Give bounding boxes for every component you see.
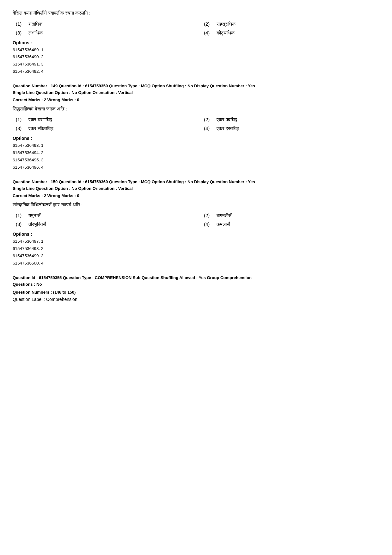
question-150-text: सांस्कृतिक मिथिलांचलसँ हमर तात्पर्य अछि … bbox=[13, 201, 379, 209]
option-id: 61547536497. 1 bbox=[13, 238, 379, 245]
option-number: (1) bbox=[16, 117, 23, 122]
question-149-text: सिद्धसाहित्यमे देखना जाइत अछि : bbox=[13, 105, 379, 113]
option-text: सहस्राधिक bbox=[217, 21, 236, 27]
question-148-continuation: देसिल बयना मैथिलीमे पदावलीक रचना कएलनि :… bbox=[13, 9, 379, 75]
question-148-options-grid: (1) शताधिक (2) सहस्राधिक (3) लक्षाधिक (4… bbox=[13, 21, 379, 36]
option-number: (3) bbox=[16, 30, 23, 35]
comp-meta-line2: Questions : No bbox=[13, 281, 379, 288]
option-item: (2) बागमतीसँ bbox=[204, 213, 379, 218]
option-number: (3) bbox=[16, 221, 23, 227]
option-id: 61547536495. 3 bbox=[13, 157, 379, 164]
meta-line1: Question Number : 150 Question Id : 6154… bbox=[13, 179, 379, 185]
question-numbers-label: Question Numbers : (146 to 150) bbox=[13, 289, 379, 296]
option-id: 61547536500. 4 bbox=[13, 260, 379, 267]
option-number: (2) bbox=[204, 117, 211, 122]
option-number: (3) bbox=[16, 126, 23, 131]
option-id: 61547536489. 1 bbox=[13, 47, 379, 54]
option-item: (3) एकर संकेतचिह्न bbox=[16, 126, 191, 131]
question-150-options-grid: (1) यमुनासँ (2) बागमतीसँ (3) तीरभुक्तिसँ… bbox=[13, 213, 379, 227]
options-label: Options : bbox=[13, 40, 379, 45]
option-id: 61547536494. 2 bbox=[13, 149, 379, 157]
option-item: (2) सहस्राधिक bbox=[204, 21, 379, 27]
option-id: 61547536499. 3 bbox=[13, 253, 379, 260]
option-item: (3) तीरभुक्तिसँ bbox=[16, 221, 191, 227]
option-item: (4) एकर हस्तचिह्न bbox=[204, 126, 379, 131]
options-list: 61547536497. 1 61547536498. 2 6154753649… bbox=[13, 238, 379, 267]
option-number: (1) bbox=[16, 213, 23, 218]
question-148-text: देसिल बयना मैथिलीमे पदावलीक रचना कएलनि : bbox=[13, 9, 379, 17]
option-id: 61547536490. 2 bbox=[13, 53, 379, 61]
question-150-meta: Question Number : 150 Question Id : 6154… bbox=[13, 179, 379, 192]
meta-line1: Question Number : 149 Question Id : 6154… bbox=[13, 83, 379, 90]
option-text: एकर हस्तचिह्न bbox=[217, 126, 239, 131]
correct-marks-150: Correct Marks : 2 Wrong Marks : 0 bbox=[13, 193, 379, 198]
option-text: एकर पदचिह्न bbox=[217, 117, 237, 122]
option-number: (1) bbox=[16, 21, 23, 27]
option-id: 61547536491. 3 bbox=[13, 61, 379, 68]
options-label: Options : bbox=[13, 136, 379, 141]
meta-line2: Single Line Question Option : No Option … bbox=[13, 185, 379, 192]
option-number: (4) bbox=[204, 126, 211, 131]
option-item: (1) एकर चरणचिह्न bbox=[16, 117, 191, 122]
option-text: तीरभुक्तिसँ bbox=[28, 221, 46, 227]
question-149-meta: Question Number : 149 Question Id : 6154… bbox=[13, 83, 379, 96]
options-label: Options : bbox=[13, 232, 379, 237]
option-item: (2) एकर पदचिह्न bbox=[204, 117, 379, 122]
option-text: यमुनासँ bbox=[28, 213, 40, 218]
option-text: बागमतीसँ bbox=[217, 213, 231, 218]
option-item: (4) कमलासँ bbox=[204, 221, 379, 227]
option-id: 61547536498. 2 bbox=[13, 245, 379, 253]
option-item: (4) कोट्याधिक bbox=[204, 30, 379, 36]
option-number: (4) bbox=[204, 30, 211, 35]
meta-line2: Single Line Question Option : No Option … bbox=[13, 90, 379, 96]
option-id: 61547536492. 4 bbox=[13, 68, 379, 75]
option-item: (1) यमुनासँ bbox=[16, 213, 191, 218]
option-text: एकर चरणचिह्न bbox=[28, 117, 52, 122]
question-149-options-grid: (1) एकर चरणचिह्न (2) एकर पदचिह्न (3) एकर… bbox=[13, 117, 379, 131]
comp-meta-line1: Question Id : 6154759355 Question Type :… bbox=[13, 275, 379, 281]
comprehension-meta: Question Id : 6154759355 Question Type :… bbox=[13, 275, 379, 288]
option-id: 61547536496. 4 bbox=[13, 164, 379, 171]
comprehension-block: Question Id : 6154759355 Question Type :… bbox=[13, 275, 379, 302]
option-number: (4) bbox=[204, 221, 211, 227]
correct-marks-149: Correct Marks : 2 Wrong Marks : 0 bbox=[13, 97, 379, 102]
option-id: 61547536493. 1 bbox=[13, 142, 379, 149]
option-text: एकर संकेतचिह्न bbox=[28, 126, 53, 131]
option-text: कोट्याधिक bbox=[217, 30, 235, 36]
option-text: कमलासँ bbox=[217, 221, 230, 227]
option-number: (2) bbox=[204, 213, 211, 218]
option-number: (2) bbox=[204, 21, 211, 27]
question-label: Question Label : Comprehension bbox=[13, 297, 379, 302]
option-text: शताधिक bbox=[28, 21, 42, 27]
question-149: Question Number : 149 Question Id : 6154… bbox=[13, 83, 379, 171]
question-150: Question Number : 150 Question Id : 6154… bbox=[13, 179, 379, 267]
options-list: 61547536489. 1 61547536490. 2 6154753649… bbox=[13, 47, 379, 76]
option-text: लक्षाधिक bbox=[28, 30, 43, 36]
option-item: (3) लक्षाधिक bbox=[16, 30, 191, 36]
option-item: (1) शताधिक bbox=[16, 21, 191, 27]
options-list: 61547536493. 1 61547536494. 2 6154753649… bbox=[13, 142, 379, 171]
